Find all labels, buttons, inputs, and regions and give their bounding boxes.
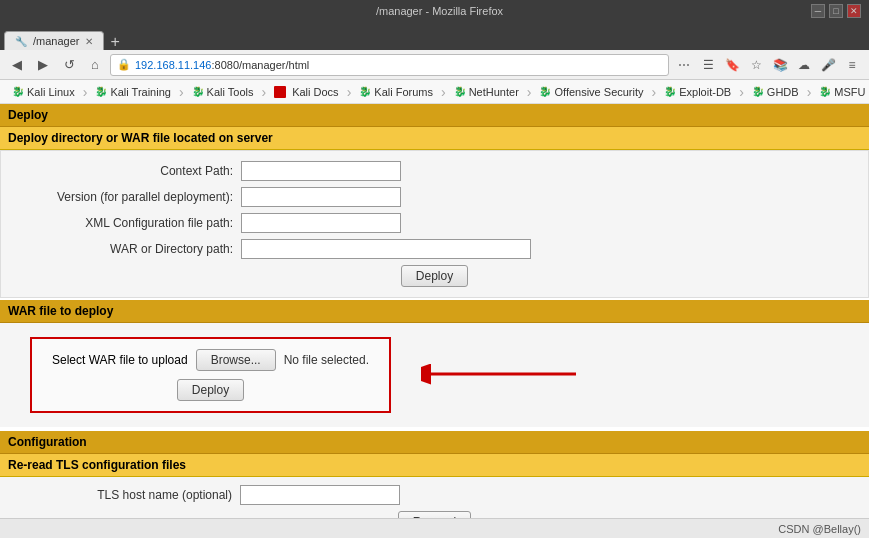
war-path-input[interactable] xyxy=(241,239,531,259)
address-secure-icon: 🔒 xyxy=(117,58,131,71)
bookmark-offensive-security[interactable]: 🐉 Offensive Security xyxy=(533,84,649,100)
kali-forums-icon: 🐉 xyxy=(359,86,371,97)
sep7: › xyxy=(652,84,657,100)
bookmark-label: Kali Docs xyxy=(292,86,338,98)
bookmark-label: Kali Linux xyxy=(27,86,75,98)
version-row: Version (for parallel deployment): xyxy=(21,187,848,207)
reload-btn[interactable]: ↺ xyxy=(58,54,80,76)
context-path-label: Context Path: xyxy=(21,164,241,178)
exploit-db-icon: 🐉 xyxy=(664,86,676,97)
reader-mode-btn[interactable]: ☰ xyxy=(697,54,719,76)
sep8: › xyxy=(739,84,744,100)
sync-btn[interactable]: ☁ xyxy=(793,54,815,76)
tls-label: TLS host name (optional) xyxy=(20,488,240,502)
bookmark-label: GHDB xyxy=(767,86,799,98)
nav-bar: ◀ ▶ ↺ ⌂ 🔒 192.168.11.146:8080/manager/ht… xyxy=(0,50,869,80)
sep3: › xyxy=(261,84,266,100)
bookmark-kali-docs[interactable]: Kali Docs xyxy=(268,84,344,100)
bookmark-exploit-db[interactable]: 🐉 Exploit-DB xyxy=(658,84,737,100)
bookmark-label: Kali Training xyxy=(110,86,171,98)
tls-subtitle-text: Re-read TLS configuration files xyxy=(8,458,186,472)
deploy-dir-btn[interactable]: Deploy xyxy=(401,265,468,287)
sep4: › xyxy=(347,84,352,100)
menu-btn[interactable]: ≡ xyxy=(841,54,863,76)
forward-btn[interactable]: ▶ xyxy=(32,54,54,76)
new-tab-btn[interactable]: + xyxy=(104,34,125,50)
browse-btn[interactable]: Browse... xyxy=(196,349,276,371)
tab-icon: 🔧 xyxy=(15,36,27,47)
war-deploy-btn[interactable]: Deploy xyxy=(177,379,244,401)
pocket-btn[interactable]: 🔖 xyxy=(721,54,743,76)
war-upload-box: Select WAR file to upload Browse... No f… xyxy=(30,337,391,413)
address-host: 192.168.11.146 xyxy=(135,59,211,71)
red-arrow xyxy=(421,359,581,392)
kali-training-icon: 🐉 xyxy=(95,86,107,97)
status-bar: CSDN @Bellay() xyxy=(0,518,869,538)
xml-config-row: XML Configuration file path: xyxy=(21,213,848,233)
bookmark-kali-training[interactable]: 🐉 Kali Training xyxy=(89,84,177,100)
war-deploy-row: Deploy xyxy=(52,379,369,401)
sep9: › xyxy=(807,84,812,100)
config-form: TLS host name (optional) Re-read xyxy=(0,477,869,518)
bookmark-label: Offensive Security xyxy=(554,86,643,98)
context-path-row: Context Path: xyxy=(21,161,848,181)
ghdb-icon: 🐉 xyxy=(752,86,764,97)
deploy-subtitle: Deploy directory or WAR file located on … xyxy=(0,127,869,150)
bookmark-nethunter[interactable]: 🐉 NetHunter xyxy=(448,84,525,100)
bookmark-label: MSFU xyxy=(834,86,865,98)
tab-label: /manager xyxy=(33,35,79,47)
maximize-btn[interactable]: □ xyxy=(829,4,843,18)
library-btn[interactable]: 📚 xyxy=(769,54,791,76)
tls-input[interactable] xyxy=(240,485,400,505)
minimize-btn[interactable]: ─ xyxy=(811,4,825,18)
page-content: Deploy Deploy directory or WAR file loca… xyxy=(0,104,869,518)
bookmarks-btn[interactable]: ⋯ xyxy=(673,54,695,76)
config-title: Configuration xyxy=(8,435,87,449)
nav-extra-buttons: ⋯ ☰ 🔖 ☆ 📚 ☁ 🎤 ≡ xyxy=(673,54,863,76)
bookmark-label: Exploit-DB xyxy=(679,86,731,98)
war-path-row: WAR or Directory path: xyxy=(21,239,848,259)
war-file-row: Select WAR file to upload Browse... No f… xyxy=(52,349,369,371)
xml-config-label: XML Configuration file path: xyxy=(21,216,241,230)
tab-close-btn[interactable]: ✕ xyxy=(85,36,93,47)
bookmark-kali-tools[interactable]: 🐉 Kali Tools xyxy=(186,84,260,100)
bookmark-kali-forums[interactable]: 🐉 Kali Forums xyxy=(353,84,439,100)
msfu-icon: 🐉 xyxy=(819,86,831,97)
address-bar-container[interactable]: 🔒 192.168.11.146:8080/manager/html xyxy=(110,54,669,76)
title-bar: /manager - Mozilla Firefox ─ □ ✕ xyxy=(0,0,869,22)
home-btn[interactable]: ⌂ xyxy=(84,54,106,76)
status-text: CSDN @Bellay() xyxy=(778,523,861,535)
war-title: WAR file to deploy xyxy=(8,304,113,318)
bookmark-label: Kali Forums xyxy=(374,86,433,98)
context-path-input[interactable] xyxy=(241,161,401,181)
sep2: › xyxy=(179,84,184,100)
sep5: › xyxy=(441,84,446,100)
deploy-btn-row: Deploy xyxy=(21,265,848,287)
version-input[interactable] xyxy=(241,187,401,207)
bookmark-ghdb[interactable]: 🐉 GHDB xyxy=(746,84,805,100)
window-title: /manager - Mozilla Firefox xyxy=(68,5,811,17)
active-tab[interactable]: 🔧 /manager ✕ xyxy=(4,31,104,50)
offensive-security-icon: 🐉 xyxy=(539,86,551,97)
reread-btn[interactable]: Re-read xyxy=(398,511,471,518)
war-path-label: WAR or Directory path: xyxy=(21,242,241,256)
tls-subtitle: Re-read TLS configuration files xyxy=(0,454,869,477)
mic-btn[interactable]: 🎤 xyxy=(817,54,839,76)
deploy-subtitle-text: Deploy directory or WAR file located on … xyxy=(8,131,273,145)
bookmark-label: NetHunter xyxy=(469,86,519,98)
config-wrapper: Configuration Re-read TLS configuration … xyxy=(0,431,869,518)
config-section-header: Configuration xyxy=(0,431,869,454)
back-btn[interactable]: ◀ xyxy=(6,54,28,76)
bookmarks-bar: 🐉 Kali Linux › 🐉 Kali Training › 🐉 Kali … xyxy=(0,80,869,104)
close-btn[interactable]: ✕ xyxy=(847,4,861,18)
bookmark-msfu[interactable]: 🐉 MSFU xyxy=(813,84,869,100)
kali-tools-icon: 🐉 xyxy=(192,86,204,97)
bookmark-label: Kali Tools xyxy=(207,86,254,98)
tls-row: TLS host name (optional) xyxy=(20,485,849,505)
star-btn[interactable]: ☆ xyxy=(745,54,767,76)
sep6: › xyxy=(527,84,532,100)
window-controls[interactable]: ─ □ ✕ xyxy=(811,4,861,18)
xml-config-input[interactable] xyxy=(241,213,401,233)
bookmark-kali-linux[interactable]: 🐉 Kali Linux xyxy=(6,84,81,100)
tab-bar: 🔧 /manager ✕ + xyxy=(0,22,869,50)
